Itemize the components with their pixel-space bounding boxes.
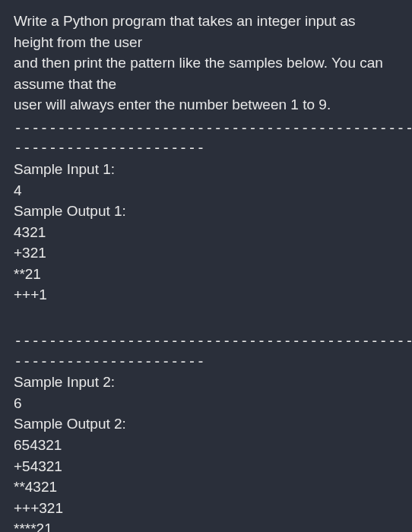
sample-2-output-label: Sample Output 2: xyxy=(14,413,398,435)
separator-1a: ----------------------------------------… xyxy=(14,119,398,138)
problem-line-2: and then print the pattern like the samp… xyxy=(14,52,398,94)
vertical-gap xyxy=(14,306,398,330)
sample-2-block: Sample Input 2: 6 Sample Output 2: 65432… xyxy=(14,372,398,532)
problem-line-3: user will always enter the number betwee… xyxy=(14,94,398,116)
sample-1-output-label: Sample Output 1: xyxy=(14,201,398,222)
sample-2-output-line-2: +54321 xyxy=(14,456,398,477)
sample-1-input-label: Sample Input 1: xyxy=(14,159,398,180)
sample-1-block: Sample Input 1: 4 Sample Output 1: 4321 … xyxy=(14,159,398,306)
sample-2-input-value: 6 xyxy=(14,393,398,414)
sample-1-output-line-4: +++1 xyxy=(14,284,398,306)
problem-line-1: Write a Python program that takes an int… xyxy=(14,11,398,52)
sample-2-output-line-1: 654321 xyxy=(14,435,398,456)
sample-1-output-line-1: 4321 xyxy=(14,222,398,243)
sample-1-output-line-2: +321 xyxy=(14,242,398,264)
sample-2-output-line-5: ****21 xyxy=(14,518,398,532)
separator-1b: ---------------------- xyxy=(14,138,398,157)
sample-2-output-line-4: +++321 xyxy=(14,498,398,519)
sample-1-input-value: 4 xyxy=(14,180,398,201)
sample-2-output-line-3: **4321 xyxy=(14,477,398,498)
sample-2-input-label: Sample Input 2: xyxy=(14,372,398,393)
problem-description: Write a Python program that takes an int… xyxy=(14,11,398,116)
sample-1-output-line-3: **21 xyxy=(14,264,398,285)
separator-2b: ---------------------- xyxy=(14,352,398,371)
separator-2a: ----------------------------------------… xyxy=(14,331,398,350)
